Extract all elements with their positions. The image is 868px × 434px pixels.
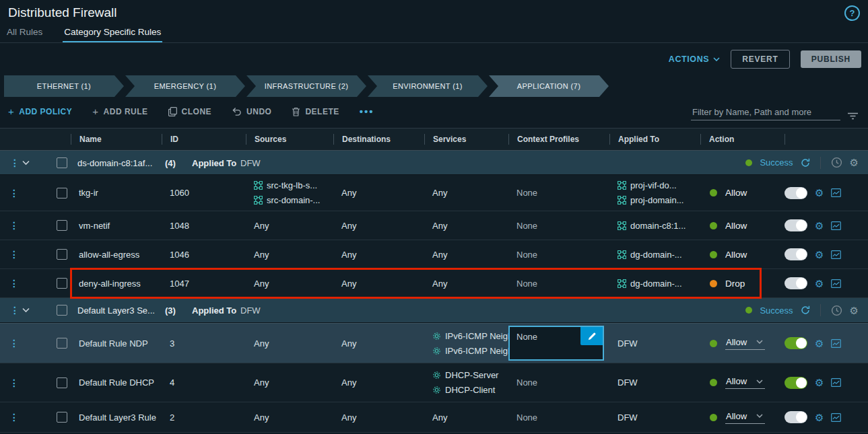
gear-icon[interactable]: ⚙: [815, 279, 824, 289]
gear-icon[interactable]: ⚙: [815, 250, 824, 260]
cell-applied-to: proj-vif-do...proj-domain...: [609, 180, 700, 205]
add-rule-label: ADD RULE: [104, 107, 148, 116]
cell-sources: Any: [246, 338, 333, 349]
cell-destinations: Any: [333, 412, 424, 423]
drag-handle-icon[interactable]: ⋮: [9, 378, 19, 388]
drag-handle-icon[interactable]: ⋮: [9, 338, 19, 348]
stats-chart-icon[interactable]: [831, 250, 841, 259]
trash-icon: [292, 107, 300, 116]
rule-checkbox[interactable]: [57, 412, 67, 423]
add-rule-button[interactable]: + ADD RULE: [92, 106, 147, 117]
drag-handle-icon[interactable]: ⋮: [10, 158, 20, 168]
value-label: Any: [341, 188, 356, 198]
category-tab-infrastructure-2[interactable]: INFRASTRUCTURE (2): [246, 75, 366, 97]
gear-icon[interactable]: ⚙: [815, 412, 824, 423]
actions-menu[interactable]: ACTIONS: [669, 55, 720, 64]
list-item: Any: [341, 250, 424, 260]
drag-handle-icon[interactable]: ⋮: [9, 221, 19, 230]
column-header-blank-9: [784, 134, 868, 145]
gear-icon[interactable]: ⚙: [815, 377, 824, 388]
action-select[interactable]: Allow: [725, 337, 765, 350]
stats-chart-icon[interactable]: [831, 413, 841, 422]
action-select[interactable]: Allow: [725, 376, 765, 389]
stats-chart-icon[interactable]: [831, 339, 841, 348]
gear-icon[interactable]: ⚙: [850, 305, 859, 316]
category-tab-environment-1[interactable]: ENVIRONMENT (1): [368, 75, 488, 97]
policy-checkbox[interactable]: [57, 157, 67, 168]
collapse-chevron-icon[interactable]: [22, 308, 30, 313]
cell-context-profiles: None: [508, 279, 609, 289]
view-tabs: All Rules Category Specific Rules: [5, 27, 162, 43]
clock-icon[interactable]: [831, 305, 842, 316]
clone-button[interactable]: CLONE: [168, 107, 212, 116]
add-policy-button[interactable]: + ADD POLICY: [8, 106, 72, 117]
action-status-dot: [710, 222, 717, 229]
edit-pencil-button[interactable]: [580, 327, 603, 345]
drag-handle-icon[interactable]: ⋮: [9, 250, 19, 259]
drag-handle-icon[interactable]: ⋮: [9, 188, 19, 198]
gear-icon[interactable]: ⚙: [815, 221, 824, 231]
rule-controls: ⋮: [0, 269, 71, 297]
cell-action: Allow: [700, 250, 784, 260]
stats-chart-icon[interactable]: [831, 221, 841, 230]
tab-category-specific-rules[interactable]: Category Specific Rules: [63, 27, 162, 43]
cell-context-profiles: None: [508, 377, 609, 388]
tabs-divider: [0, 42, 868, 43]
rule-checkbox[interactable]: [57, 338, 67, 349]
gear-icon[interactable]: ⚙: [850, 157, 859, 168]
value-label: proj-vif-do...: [630, 180, 677, 190]
publish-button[interactable]: PUBLISH: [801, 50, 861, 68]
enable-toggle[interactable]: [784, 337, 807, 349]
context-profile-value: None: [510, 327, 537, 342]
cell-name: Default Rule DHCP: [71, 377, 162, 388]
context-profile-edit-box[interactable]: None: [508, 326, 604, 361]
delete-button[interactable]: DELETE: [292, 107, 339, 116]
enable-toggle[interactable]: [784, 377, 807, 389]
rule-checkbox[interactable]: [57, 278, 67, 289]
action-status-dot: [710, 280, 717, 287]
stats-chart-icon[interactable]: [831, 279, 841, 288]
refresh-icon[interactable]: [801, 158, 810, 168]
help-icon[interactable]: ?: [844, 5, 860, 21]
revert-button[interactable]: REVERT: [731, 50, 789, 69]
refresh-icon[interactable]: [801, 305, 810, 315]
enable-toggle[interactable]: [784, 219, 807, 231]
value-label: Any: [254, 279, 269, 289]
enable-toggle[interactable]: [784, 248, 807, 260]
rule-checkbox[interactable]: [57, 377, 67, 388]
cell-applied-to: dg-domain-...: [609, 250, 700, 260]
category-tab-ethernet-1[interactable]: ETHERNET (1): [4, 75, 124, 97]
cell-id: 1060: [162, 188, 246, 198]
cell-context-profiles: None: [508, 188, 609, 198]
more-actions-button[interactable]: •••: [360, 106, 374, 117]
policy-checkbox[interactable]: [57, 305, 67, 316]
rule-checkbox[interactable]: [57, 220, 67, 231]
enable-toggle[interactable]: [784, 411, 807, 423]
rule-checkbox[interactable]: [57, 249, 67, 260]
collapse-chevron-icon[interactable]: [22, 160, 30, 165]
action-label: Allow: [726, 376, 747, 386]
drag-handle-icon[interactable]: ⋮: [9, 279, 19, 288]
enable-toggle[interactable]: [784, 277, 807, 289]
drag-handle-icon[interactable]: ⋮: [9, 412, 19, 422]
gear-icon[interactable]: ⚙: [815, 188, 824, 198]
list-item: Any: [254, 250, 333, 260]
filter-icon[interactable]: [847, 112, 859, 120]
gear-icon[interactable]: ⚙: [815, 338, 824, 349]
list-item: Any: [341, 279, 424, 289]
stats-chart-icon[interactable]: [831, 188, 841, 197]
rule-checkbox[interactable]: [57, 188, 67, 198]
cell-destinations: Any: [333, 188, 424, 198]
list-item: Any: [432, 279, 508, 289]
action-select[interactable]: Allow: [725, 411, 765, 424]
stats-chart-icon[interactable]: [831, 378, 841, 387]
category-tab-application-7[interactable]: APPLICATION (7): [489, 75, 609, 97]
category-tab-emergency-1[interactable]: EMERGENCY (1): [125, 75, 245, 97]
enable-toggle[interactable]: [784, 187, 807, 199]
tab-all-rules[interactable]: All Rules: [5, 27, 44, 43]
filter-input[interactable]: [691, 104, 840, 120]
clock-icon[interactable]: [831, 157, 842, 168]
drag-handle-icon[interactable]: ⋮: [10, 305, 20, 315]
cell-id: 4: [162, 377, 246, 388]
undo-button[interactable]: UNDO: [232, 107, 271, 116]
